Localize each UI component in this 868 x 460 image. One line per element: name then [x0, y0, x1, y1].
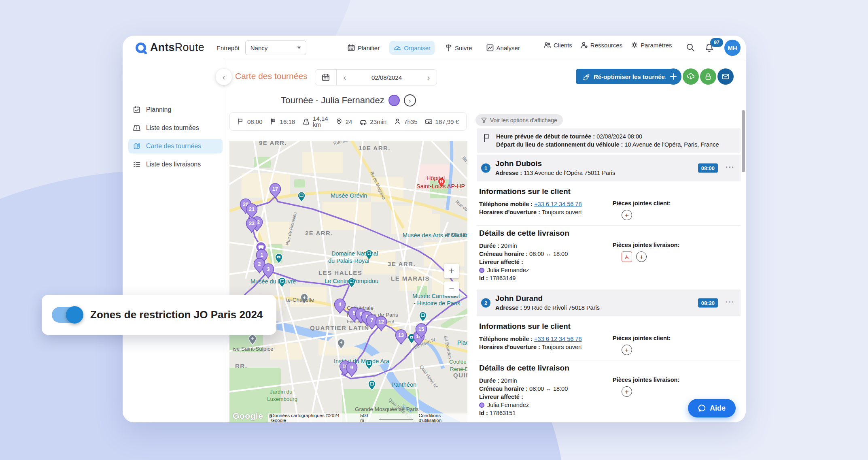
stop-time-badge[interactable]: 08:20 — [698, 298, 718, 308]
departure-place-label: Départ du lieu de stationnement du véhic… — [496, 141, 623, 148]
departure-place-value: 10 Avenue de l'Opéra, Paris, France — [624, 141, 719, 148]
user-avatar[interactable]: MH — [724, 40, 741, 56]
collapse-sidebar-button[interactable]: ‹ — [216, 69, 232, 85]
send-mail-button[interactable] — [717, 68, 734, 85]
map-attribution: Données cartographiques ©2024 Google 500… — [268, 413, 467, 422]
page-title: Carte des tournées — [235, 71, 308, 81]
stop-phone-row: Téléphone mobile : +33 6 12 34 56 78 — [479, 335, 613, 343]
stop-courier-label: Livreur affecté : — [479, 393, 613, 401]
nav-tool-clients[interactable]: Clients — [543, 41, 572, 49]
add-client-attachment-button[interactable]: + — [622, 345, 632, 355]
stop-header[interactable]: 1 John Dubois Adresse : 113 Avenue de l'… — [477, 155, 741, 181]
stop-hours-row: Horaires d'ouverture : Toujours ouvert — [479, 343, 613, 351]
plus-icon — [670, 73, 677, 80]
client-attachments-label: Pièces jointes client: — [613, 335, 671, 341]
stop-hours-row: Horaires d'ouverture : Toujours ouvert — [479, 208, 613, 216]
add-delivery-attachment-button[interactable]: + — [622, 386, 632, 397]
nav-tool-ressources[interactable]: Ressources — [580, 41, 622, 49]
next-route-button[interactable]: › — [404, 94, 416, 106]
antsroute-logo[interactable]: AntsRoute — [135, 41, 204, 54]
filter-icon — [481, 117, 487, 123]
map-label: Musée du Louvre — [250, 278, 296, 285]
stop-address: Adresse : 113 Avenue de l'Opéra 75011 Pa… — [495, 169, 617, 177]
client-info-title: Informations sur le client — [479, 322, 741, 331]
map-canvas[interactable]: H 9E ARR.10E ARR.2E ARR.3E ARR.FOLIE-MÉR… — [229, 141, 467, 422]
stop-number-badge: 1 — [481, 164, 490, 173]
map-scale-value: 500 m — [360, 413, 373, 422]
display-options-button[interactable]: Voir les options d'affichage — [475, 114, 563, 126]
map-label: Luxembourg — [267, 396, 297, 402]
stat-person: 7h35 — [394, 118, 417, 125]
stop-phone-row: Téléphone mobile : +33 6 12 34 56 78 — [479, 200, 613, 208]
add-delivery-attachment-button[interactable]: + — [636, 251, 647, 262]
reoptimize-routes-button[interactable]: Ré-optimiser les tournées — [576, 69, 675, 84]
top-navbar: AntsRoute Entrepôt Nancy PlanifierOrgani… — [123, 36, 746, 60]
restriction-zones-card: Zones de restriction JO Paris 2024 — [42, 295, 276, 335]
stop-id-row: Id : 17863149 — [479, 274, 613, 282]
sidebar-item-liste-des-livraisons[interactable]: Liste des livraisons — [128, 157, 223, 172]
map-zoom-out-button[interactable]: − — [444, 281, 459, 296]
restriction-zones-toggle[interactable] — [52, 307, 83, 323]
sidebar-item-liste-des-tournees[interactable]: Liste des tournées — [128, 121, 223, 135]
date-value[interactable]: 02/08/2024 — [353, 70, 420, 85]
export-cloud-button[interactable] — [683, 68, 699, 85]
stop-menu-button[interactable]: ··· — [726, 298, 735, 306]
gauge-icon — [393, 44, 401, 52]
svg-text:13: 13 — [398, 332, 404, 338]
map-terms-link[interactable]: Conditions d'utilisation — [419, 413, 464, 422]
deliveries-panel: Voir les options d'affichage Heure prévu… — [471, 89, 746, 422]
nav-tools: ClientsRessourcesParamètres — [543, 41, 672, 49]
sidebar-item-carte-des-tournees[interactable]: Carte des tournées — [128, 139, 223, 153]
driver-color-dot[interactable] — [388, 95, 400, 106]
panel-scrollbar[interactable] — [742, 110, 745, 172]
pdf-attachment-icon[interactable] — [622, 251, 632, 262]
map-label: Musée des Arts et Métiers — [403, 232, 467, 239]
stop-courier-row: Julia Fernandez — [479, 401, 613, 409]
nav-item-planifier[interactable]: Planifier — [343, 41, 384, 55]
svg-text:3: 3 — [267, 266, 270, 272]
sidebar: PlanningListe des tournéesCarte des tour… — [123, 60, 224, 422]
previous-day-button[interactable]: ‹ — [337, 70, 353, 85]
svg-text:7: 7 — [371, 317, 374, 323]
map-settings-icon[interactable] — [268, 413, 273, 419]
finishflag-icon — [270, 118, 277, 125]
stop-header[interactable]: 2 John Durand Adresse : 99 Rue de Rivoli… — [477, 290, 741, 316]
gear-icon — [630, 41, 639, 49]
svg-text:23: 23 — [249, 221, 255, 226]
sidebar-item-planning[interactable]: Planning — [128, 102, 223, 117]
map-label: Coulée verte — [449, 359, 467, 365]
nav-item-analyser[interactable]: Analyser — [482, 41, 524, 55]
calendar-icon-button[interactable] — [315, 70, 337, 85]
next-day-button[interactable]: › — [420, 70, 437, 85]
nav-item-organiser[interactable]: Organiser — [389, 41, 435, 55]
stop-window-row: Créneau horaire : 08:00 ↔ 18:00 — [479, 385, 613, 393]
phone-link[interactable]: +33 6 12 34 56 78 — [534, 336, 581, 342]
svg-text:15: 15 — [418, 326, 424, 332]
add-client-attachment-button[interactable]: + — [622, 210, 632, 220]
stop-customer-name: John Durand — [495, 294, 696, 303]
reoptimize-label: Ré-optimiser les tournées — [594, 73, 668, 80]
warehouse-select[interactable]: Nancy — [245, 40, 306, 55]
rocket-icon — [582, 73, 590, 81]
stop-menu-button[interactable]: ··· — [726, 163, 735, 171]
search-icon[interactable] — [686, 43, 695, 52]
restriction-zones-label: Zones de restriction JO Paris 2024 — [90, 295, 263, 335]
map-label: Domaine National — [331, 250, 378, 257]
map-zoom-in-button[interactable]: + — [444, 264, 459, 278]
courier-color-dot — [479, 268, 484, 273]
delivery-attachments-label: Pièces jointes livraison: — [613, 242, 679, 248]
client-attachments-label: Pièces jointes client: — [613, 200, 671, 207]
map-label: te-Chapelle — [286, 297, 314, 303]
lock-routes-button[interactable] — [700, 68, 716, 85]
flag-icon — [237, 118, 244, 125]
nav-tool-parametres[interactable]: Paramètres — [630, 41, 672, 49]
nav-item-suivre[interactable]: Suivre — [440, 41, 476, 55]
help-button[interactable]: Aide — [688, 399, 736, 417]
stat-pin: 24 — [335, 118, 352, 125]
map-label: Place de — [457, 339, 467, 346]
add-button[interactable] — [665, 68, 681, 85]
map-label: Panthéon — [391, 381, 416, 388]
help-label: Aide — [710, 404, 726, 413]
stop-time-badge[interactable]: 08:00 — [698, 164, 718, 173]
phone-link[interactable]: +33 6 12 34 56 78 — [534, 201, 581, 207]
